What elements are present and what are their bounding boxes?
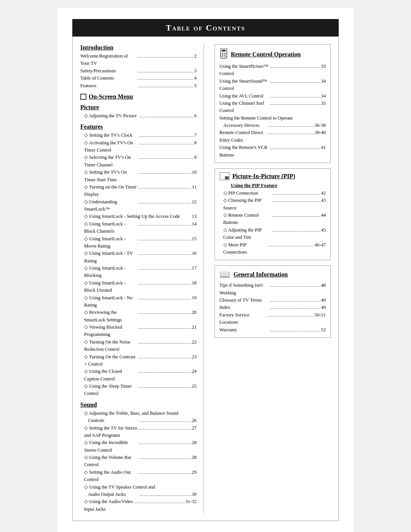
- list-item: Tips if Something Isn't Working 48: [220, 282, 326, 297]
- sound-title: Sound: [80, 401, 197, 408]
- list-item: ◇ Using SmartLock - Block Unrated 18: [80, 280, 197, 294]
- list-item: Features 5: [80, 82, 197, 89]
- sound-items: ◇ Adjusting the Treble, Bass, and Balanc…: [80, 410, 197, 513]
- list-item: ◇ Selecting the TV's On Timer Channel 9: [80, 154, 197, 169]
- list-item: ◇ Setting the Audio Out Control 29: [80, 469, 197, 484]
- pip-header: Picture-In-Picture (PIP): [220, 173, 326, 180]
- list-item: ◇ Using SmartLock - No Rating 19: [80, 294, 197, 309]
- svg-point-4: [222, 55, 223, 57]
- page-title: Table of Contents: [72, 19, 339, 37]
- features-items: ◇ Setting the TV's Clock 7 ◇ Activating …: [80, 132, 197, 398]
- remote-control-items: Using the SmartPicture™ Control 33 Using…: [220, 63, 326, 159]
- list-item: Warranty 52: [220, 326, 326, 334]
- list-item: ◇ Using SmartLock - Setting Up the Acces…: [80, 213, 197, 220]
- remote-control-icon: [220, 48, 228, 61]
- svg-point-2: [222, 53, 223, 54]
- page: Table of Contents Introduction Welcome/R…: [57, 8, 354, 532]
- list-item: ◇ Viewing Blocked Programming 21: [80, 324, 197, 339]
- title-text: Table of Contents: [166, 23, 245, 32]
- svg-point-3: [224, 53, 226, 54]
- list-item: ◇ Using the Incredible Stereo Control 28: [80, 439, 197, 454]
- list-item: ◇ Using the Sleep Timer Control 25: [80, 383, 197, 398]
- list-item: ◇ Using SmartLock - TV Rating 16: [80, 250, 197, 265]
- pip-icon: [220, 173, 229, 180]
- list-item: Using the SmartPicture™ Control 33: [220, 63, 326, 78]
- list-item: Glossary of TV Terms 49: [220, 297, 326, 304]
- list-item: ◇ Activating the TV's On Timer Control 8: [80, 139, 197, 154]
- list-item: ◇ Turning On the Contrast + Control 23: [80, 353, 197, 368]
- list-item: ◇ Using SmartLock - Blocking 17: [80, 265, 197, 280]
- pip-subtitle: Using the PIP Feature: [231, 182, 326, 189]
- pip-title: Picture-In-Picture (PIP): [233, 173, 295, 180]
- list-item: Using the Channel Surf Control 35: [220, 100, 326, 115]
- general-info-items: Tips if Something Isn't Working 48 Gloss…: [220, 282, 326, 334]
- svg-point-5: [224, 55, 226, 57]
- book-icon: 📖: [220, 270, 230, 280]
- on-screen-menu-icon: [80, 94, 86, 100]
- list-item: Index 49: [220, 304, 326, 311]
- left-column: Introduction Welcome/Registration of You…: [80, 44, 204, 513]
- list-item: ◇ Using the Volume Bar Control 28: [80, 454, 197, 469]
- list-item: Remote Control Direct Entry Codes 39-40: [220, 129, 326, 144]
- list-item: ◇ Using SmartLock - Movie Rating 15: [80, 235, 197, 250]
- list-item: ◇ Choosing the PIP Source 43: [220, 197, 326, 212]
- list-item: ◇ Setting the TV's On Timer Start Time 1…: [80, 169, 197, 184]
- introduction-items: Welcome/Registration of Your TV 2 Safety…: [80, 53, 197, 89]
- svg-rect-1: [222, 50, 226, 52]
- list-item: Using the SmartSound™ Control 34: [220, 78, 326, 93]
- svg-rect-7: [225, 176, 229, 179]
- right-column: Remote Control Operation Using the Smart…: [212, 44, 331, 513]
- picture-title: Picture: [80, 104, 197, 111]
- list-item: ◇ Turning on the On Timer Display 11: [80, 184, 197, 198]
- content-wrapper: Introduction Welcome/Registration of You…: [72, 37, 339, 521]
- list-item: Factory Service Locations 50-51: [220, 312, 326, 326]
- list-item: ◇ Setting the TV's Clock 7: [80, 132, 197, 139]
- list-item: Using the Remote's VCR Buttons 41: [220, 144, 326, 159]
- list-item: Table of Contents 4: [80, 75, 197, 82]
- list-item: ◇ Using the Closed Caption Control 24: [80, 368, 197, 383]
- on-screen-menu-header: On-Screen Menu: [80, 93, 197, 100]
- pip-section: Picture-In-Picture (PIP) Using the PIP F…: [215, 168, 331, 260]
- general-info-header: 📖 General Information: [220, 270, 326, 280]
- pip-items: ◇ PIP Connection 42 ◇ Choosing the PIP S…: [220, 190, 326, 256]
- on-screen-menu-title: On-Screen Menu: [89, 93, 133, 100]
- list-item: Using the AVL Control 34: [220, 93, 326, 100]
- remote-control-title: Remote Control Operation: [231, 51, 301, 58]
- list-item: ◇ Adjusting the PIP Color and Tint 45: [220, 227, 326, 241]
- list-item: ◇ More PIP Connections 46-47: [220, 241, 326, 256]
- list-item: ◇ Setting the TV for Stereo and SAP Prog…: [80, 425, 197, 439]
- remote-control-header: Remote Control Operation: [220, 48, 326, 61]
- list-item: ◇ Using the TV Speaker Control and Audio…: [80, 484, 197, 498]
- list-item: ◇ Adjusting the TV Picture 6: [80, 112, 197, 120]
- list-item: ◇ Adjusting the Treble, Bass, and Balanc…: [80, 410, 197, 425]
- general-info-section: 📖 General Information Tips if Something …: [215, 265, 331, 338]
- list-item: ◇ Understanding SmartLock™ 12: [80, 198, 197, 213]
- list-item: ◇ PIP Connection 42: [220, 190, 326, 197]
- list-item: Safety/Precautions 3: [80, 67, 197, 75]
- list-item: ◇ Reviewing the SmartLock Settings 20: [80, 309, 197, 324]
- general-info-title: General Information: [234, 271, 288, 278]
- introduction-title: Introduction: [80, 44, 197, 51]
- list-item: Welcome/Registration of Your TV 2: [80, 53, 197, 67]
- list-item: ◇ Using SmartLock - Block Channels 14: [80, 220, 197, 235]
- list-item: ◇ Remote Control Buttons 44: [220, 212, 326, 227]
- list-item: ◇ Using the Audio/Video Input Jacks 31-3…: [80, 498, 197, 513]
- list-item: ◇ Turning On the Noise Reduction Control…: [80, 339, 197, 353]
- remote-control-section: Remote Control Operation Using the Smart…: [215, 44, 331, 163]
- list-item: Setting the Remote Control to Operate Ac…: [220, 115, 326, 129]
- features-title: Features: [80, 123, 197, 130]
